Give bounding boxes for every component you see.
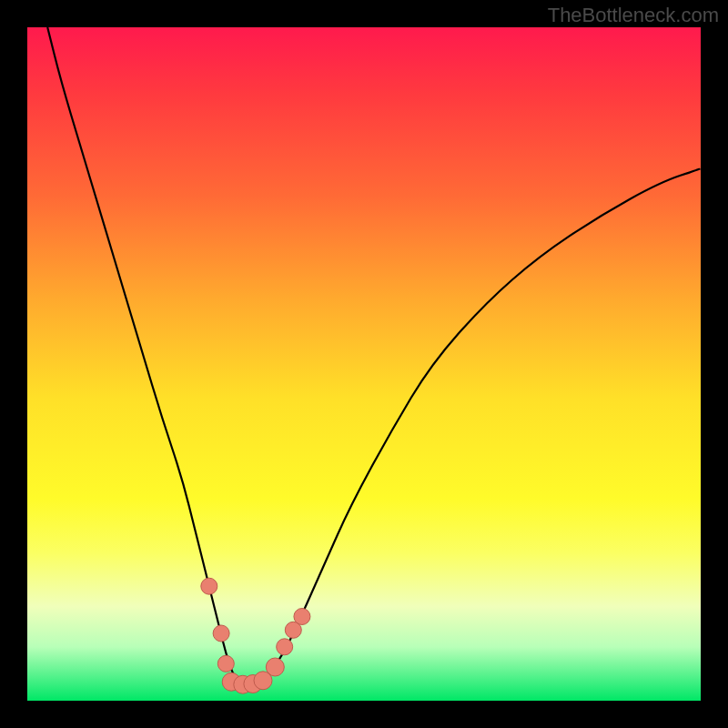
plot-area bbox=[27, 27, 701, 701]
bottleneck-curve bbox=[47, 27, 701, 685]
data-marker bbox=[217, 655, 234, 672]
data-marker bbox=[213, 625, 229, 642]
marker-group bbox=[201, 578, 310, 693]
chart-frame: TheBottleneck.com bbox=[0, 0, 728, 728]
data-marker bbox=[277, 639, 293, 655]
curve-svg bbox=[27, 27, 701, 701]
data-marker bbox=[201, 578, 217, 594]
watermark-text: TheBottleneck.com bbox=[548, 4, 719, 27]
data-marker bbox=[294, 609, 310, 625]
data-marker bbox=[266, 658, 284, 676]
